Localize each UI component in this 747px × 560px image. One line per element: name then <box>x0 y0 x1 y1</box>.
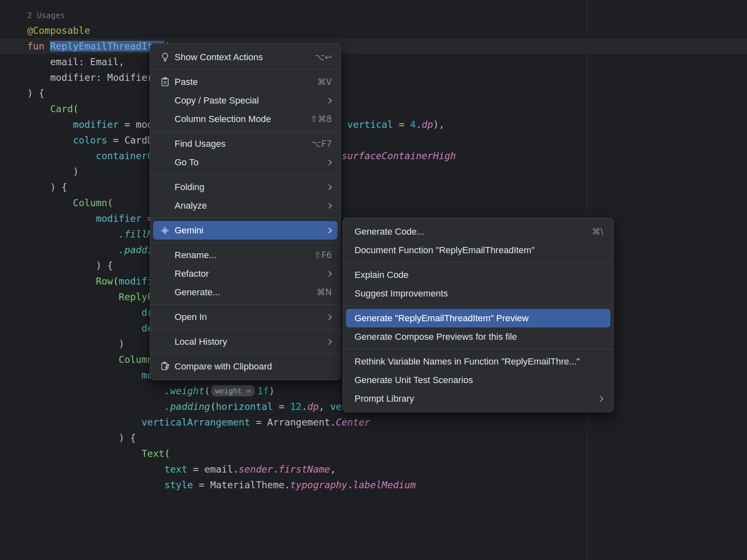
menu-item-show-context-actions[interactable]: Show Context Actions⌥↩ <box>153 48 338 66</box>
code-token: modifier <box>73 119 119 130</box>
code-token: verticalArrangement <box>142 417 250 428</box>
menu-item-analyze[interactable]: Analyze <box>153 196 338 215</box>
chevron-right-icon <box>326 339 332 344</box>
menu-item-label: Rethink Variable Names in Function "Repl… <box>355 356 603 367</box>
menu-item-prompt-library[interactable]: Prompt Library <box>346 389 610 408</box>
code-token: ( <box>164 448 170 459</box>
code-token <box>27 323 142 334</box>
gemini-submenu: Generate Code...⌘\Document Function "Rep… <box>343 218 614 412</box>
menu-item-generate-code[interactable]: Generate Code...⌘\ <box>346 222 610 241</box>
chevron-right-icon <box>598 395 603 401</box>
code-token: = <box>393 119 410 130</box>
code-token <box>27 213 96 224</box>
menu-item-find-usages[interactable]: Find Usages⌥F7 <box>153 134 338 153</box>
code-line-7: Card( <box>27 101 79 117</box>
code-token <box>27 401 164 412</box>
code-token: = <box>273 401 290 412</box>
code-token: ) { <box>27 433 136 443</box>
code-token: email: Email, <box>27 56 124 67</box>
menu-item-rethink-variable-names-in-function-replyemailthr[interactable]: Rethink Variable Names in Function "Repl… <box>346 352 610 371</box>
code-line-31: style = MaterialTheme.typography.labelMe… <box>27 477 416 493</box>
code-token: Column <box>73 198 107 208</box>
code-line-2: @Composable <box>27 23 90 38</box>
code-token: dp <box>422 119 433 130</box>
code-token: sender <box>239 464 273 475</box>
menu-item-generate-unit-test-scenarios[interactable]: Generate Unit Test Scenarios <box>346 371 610 389</box>
menu-item-suggest-improvements[interactable]: Suggest Improvements <box>346 284 610 303</box>
menu-item-label: Open In <box>175 312 315 322</box>
code-token: ( <box>210 401 216 412</box>
chevron-right-icon <box>326 184 332 190</box>
menu-item-explain-code[interactable]: Explain Code <box>346 266 610 284</box>
shortcut-hint: ⌘V <box>317 77 332 87</box>
menu-item-generate[interactable]: Generate...⌘N <box>153 283 338 301</box>
menu-item-compare-with-clipboard[interactable]: Compare with Clipboard <box>153 357 338 376</box>
code-token <box>27 135 73 146</box>
selected-identifier: ReplyEmailThreadItem <box>50 41 164 52</box>
code-token <box>27 276 96 287</box>
code-token <box>27 119 73 130</box>
code-token: ( <box>113 276 119 287</box>
code-token: = MaterialTheme. <box>193 480 290 490</box>
menu-item-folding[interactable]: Folding <box>153 178 338 196</box>
menu-item-label: Generate "ReplyEmailThreadItem" Preview <box>355 313 603 324</box>
code-token <box>27 307 142 318</box>
code-token <box>27 292 119 302</box>
code-token: ) <box>27 339 124 349</box>
menu-separator <box>150 69 340 70</box>
menu-item-label: Find Usages <box>175 139 300 149</box>
menu-item-gemini[interactable]: Gemini <box>153 221 338 240</box>
menu-item-document-function-replyemailthreaditem[interactable]: Document Function "ReplyEmailThreadItem" <box>346 241 610 259</box>
menu-separator <box>150 218 340 218</box>
code-token: . <box>302 401 307 412</box>
menu-item-open-in[interactable]: Open In <box>153 308 338 326</box>
menu-item-label: Explain Code <box>355 270 603 280</box>
menu-item-rename[interactable]: Rename...⇧F6 <box>153 246 338 264</box>
shortcut-hint: ⌥↩ <box>314 52 332 62</box>
menu-separator <box>150 354 340 354</box>
paste-icon <box>159 76 170 87</box>
menu-item-copy-paste-special[interactable]: Copy / Paste Special <box>153 91 338 110</box>
shortcut-hint: ⇧F6 <box>314 250 332 260</box>
chevron-right-icon <box>326 227 332 233</box>
code-token: Center <box>336 417 370 428</box>
menu-item-label: Generate... <box>175 287 305 298</box>
code-token: typography <box>290 480 347 490</box>
code-line-22: ) <box>27 336 124 352</box>
code-token: ) { <box>27 260 113 271</box>
code-token: Card <box>50 104 73 114</box>
chevron-right-icon <box>326 202 332 208</box>
menu-item-label: Document Function "ReplyEmailThreadItem" <box>355 245 603 256</box>
menu-separator <box>150 329 340 329</box>
parameter-name-inlay-hint[interactable]: weight = <box>211 385 255 396</box>
menu-item-generate-replyemailthreaditem-preview[interactable]: Generate "ReplyEmailThreadItem" Preview <box>346 309 610 327</box>
menu-item-go-to[interactable]: Go To <box>153 153 338 172</box>
code-token: ) <box>269 386 275 396</box>
menu-item-column-selection-mode[interactable]: Column Selection Mode⇧⌘8 <box>153 110 338 128</box>
menu-item-label: Prompt Library <box>355 393 587 404</box>
menu-separator <box>150 304 340 305</box>
menu-item-label: Paste <box>175 77 306 87</box>
menu-item-label: Generate Code... <box>355 226 580 237</box>
menu-item-generate-compose-previews-for-this-file[interactable]: Generate Compose Previews for this file <box>346 327 610 346</box>
code-token: Row <box>96 276 113 287</box>
menu-item-label: Refactor <box>175 268 315 279</box>
shortcut-hint: ⌥F7 <box>311 139 332 149</box>
code-token: , <box>319 401 330 412</box>
code-token: = Arrangement. <box>250 417 336 428</box>
menu-item-local-history[interactable]: Local History <box>153 332 338 351</box>
code-token: .padding <box>164 401 210 412</box>
code-line-4: email: Email, <box>27 54 124 70</box>
code-token: ) <box>27 166 79 177</box>
code-token: . <box>416 119 422 130</box>
code-token: . <box>273 464 279 475</box>
code-token: .weight <box>164 386 204 396</box>
code-token: Text <box>142 448 164 459</box>
menu-item-paste[interactable]: Paste⌘V <box>153 73 338 91</box>
code-token <box>27 480 164 490</box>
usages-hint[interactable]: 2 Usages <box>27 11 65 20</box>
chevron-right-icon <box>326 159 332 165</box>
menu-item-refactor[interactable]: Refactor <box>153 264 338 283</box>
menu-item-label: Folding <box>175 182 315 193</box>
code-token: firstName <box>279 464 330 475</box>
